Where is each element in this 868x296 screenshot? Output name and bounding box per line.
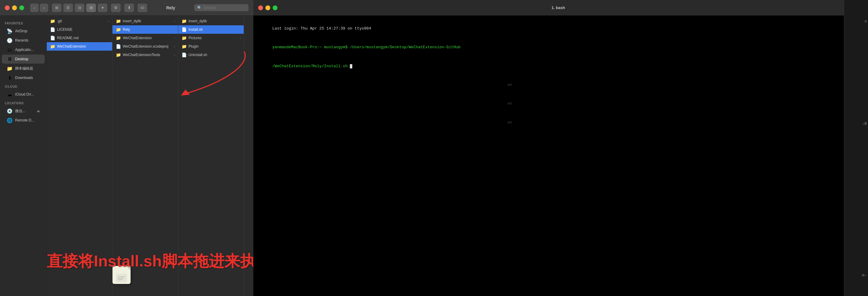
finder-window: ‹ › ⊞ ☰ ⊟ ⊞ ▾ ⚙ ⬆ 🏷 Rely 🔍 Favorites 📡 A…: [0, 0, 253, 296]
terminal-traffic-lights: [258, 5, 277, 10]
xcodeproj-icon: 📄: [116, 44, 121, 49]
favorites-label: Favorites: [0, 19, 46, 26]
folder-icon: 📁: [50, 44, 55, 49]
folder-icon: 📁: [181, 36, 187, 40]
sidebar-item-scripts[interactable]: 📁 脚本编辑器: [2, 64, 44, 73]
finder-titlebar: ‹ › ⊞ ☰ ⊟ ⊞ ▾ ⚙ ⬆ 🏷 Rely 🔍: [0, 0, 253, 16]
file-icon: 📄: [50, 27, 55, 32]
forward-button[interactable]: ›: [40, 4, 48, 12]
share-button[interactable]: ⬆: [124, 4, 134, 12]
terminal-body[interactable]: Last login: Thu Apr 25 14:27:39 on ttys0…: [253, 16, 844, 296]
folder-icon: 📁: [116, 19, 121, 24]
eject-icon[interactable]: ⏏: [37, 109, 40, 113]
sidebar: Favorites 📡 AirDrop 🕐 Recents 🗂 Applicat…: [0, 16, 47, 296]
search-input[interactable]: [204, 5, 240, 10]
instruction-text: 直接将Install.sh脚本拖进来执行即可: [47, 251, 253, 272]
toolbar-icons: ⊞ ☰ ⊟ ⊞ ▾: [52, 4, 107, 12]
chevron-icon: ›: [108, 45, 109, 48]
recents-icon: 🕐: [7, 37, 13, 43]
folder-icon: 📁: [116, 27, 121, 32]
terminal-line-4: en: [258, 76, 839, 94]
minimize-button[interactable]: [12, 5, 17, 10]
list-item[interactable]: 📄 LICENSE: [47, 25, 112, 34]
downloads-icon: ⬇: [7, 75, 13, 81]
list-item[interactable]: 📁 Pictures ›: [178, 34, 244, 42]
sidebar-item-recents[interactable]: 🕐 Recents: [2, 36, 44, 45]
sidebar-item-airdrop[interactable]: 📡 AirDrop: [2, 27, 44, 36]
sidebar-label-applications: Applicatio...: [15, 47, 34, 52]
sidebar-item-remote[interactable]: 🌐 Remote D...: [2, 116, 44, 125]
sidebar-label-airdrop: AirDrop: [15, 29, 27, 33]
tag-button[interactable]: 🏷: [137, 4, 147, 12]
search-box[interactable]: 🔍: [194, 4, 249, 11]
list-item[interactable]: 📁 Plugin: [178, 42, 244, 51]
remote-icon: 🌐: [7, 117, 13, 123]
back-button[interactable]: ‹: [30, 4, 39, 12]
sidebar-label-remote: Remote D...: [15, 118, 34, 122]
scripts-icon: 📁: [7, 65, 13, 71]
svg-rect-1: [117, 274, 126, 282]
terminal-minimize-button[interactable]: [266, 5, 270, 10]
list-item[interactable]: 📁 WeChatExtension ›: [47, 42, 112, 51]
chevron-icon: ›: [174, 28, 175, 31]
terminal-line-2: yanmaodeMacBook-Pro:~ mustangym$ /Users/…: [258, 38, 839, 57]
terminal-command: /Users/mustangym/Desktop/WeChatExtension…: [347, 45, 460, 50]
sidebar-label-icloud-drive: iCloud Dri...: [15, 92, 34, 96]
folder-icon: 📁: [50, 19, 55, 24]
view-icon-gallery[interactable]: ⊞: [86, 4, 96, 12]
list-item[interactable]: 📄 Uninstall.sh: [178, 51, 244, 59]
view-icon-grid[interactable]: ⊞: [52, 4, 62, 12]
list-item[interactable]: 📁 insert_dylib ›: [113, 17, 178, 25]
sidebar-label-desktop: Desktop: [15, 57, 28, 61]
script-icon: 📄: [181, 53, 187, 57]
traffic-lights: [5, 5, 24, 10]
sidebar-label-scripts: 脚本编辑器: [15, 66, 33, 71]
applications-icon: 🗂: [7, 47, 13, 53]
folder-icon: 📁: [181, 44, 187, 49]
sidebar-item-downloads[interactable]: ⬇ Downloads: [2, 73, 44, 82]
terminal-close-button[interactable]: [258, 5, 263, 10]
folder-icon: 📁: [181, 19, 187, 24]
chevron-icon: ›: [174, 53, 175, 57]
terminal-fullscreen-button[interactable]: [273, 5, 277, 10]
search-icon: 🔍: [197, 6, 202, 10]
panel-partial-text-m: m-: [861, 272, 868, 278]
terminal-section: 1. bash Last login: Thu Apr 25 14:27:39 …: [253, 0, 844, 296]
list-item[interactable]: 📁 WeChatExtensionTests ›: [113, 51, 178, 59]
sidebar-item-desktop[interactable]: 🖥 Desktop: [2, 55, 44, 64]
icloud-label: iCloud: [0, 83, 46, 90]
list-item[interactable]: 📄 README.md: [47, 34, 112, 42]
terminal-prompt: yanmaodeMacBook-Pro:~ mustangym$: [272, 45, 348, 50]
icloud-icon: ☁: [7, 91, 13, 97]
action-button[interactable]: ⚙: [111, 4, 121, 12]
terminal-line-5: en: [258, 95, 839, 113]
finder-body: Favorites 📡 AirDrop 🕐 Recents 🗂 Applicat…: [0, 16, 253, 296]
chevron-icon: ›: [174, 45, 175, 48]
panel-partial-text-b: :B: [861, 121, 868, 126]
list-item[interactable]: 📁 .git ›: [47, 17, 112, 25]
wechat-drive-icon: 💿: [7, 108, 13, 114]
sidebar-item-icloud-drive[interactable]: ☁ iCloud Dri...: [2, 90, 44, 99]
file-icon: 📄: [50, 36, 55, 40]
terminal-line-6: en: [258, 113, 839, 132]
view-dropdown-button[interactable]: ▾: [98, 4, 107, 12]
terminal-cursor: [350, 64, 352, 68]
sidebar-label-downloads: Downloads: [15, 76, 33, 80]
view-icon-columns[interactable]: ⊟: [75, 4, 85, 12]
sidebar-item-wechat[interactable]: 💿 微信... ⏏: [2, 106, 44, 116]
chevron-icon: ›: [174, 20, 175, 23]
list-item[interactable]: 📄 WeChatExtension.xcodeproj ›: [113, 42, 178, 51]
list-item[interactable]: 📁 insert_dylib: [178, 17, 244, 25]
sidebar-item-applications[interactable]: 🗂 Applicatio...: [2, 45, 44, 54]
list-item[interactable]: 📄 Install.sh: [178, 25, 244, 34]
script-icon: 📄: [181, 27, 187, 32]
fullscreen-button[interactable]: [19, 5, 24, 10]
airdrop-icon: 📡: [7, 28, 13, 34]
close-button[interactable]: [5, 5, 10, 10]
view-icon-list[interactable]: ☰: [63, 4, 73, 12]
folder-icon: 📁: [116, 36, 121, 40]
list-item[interactable]: 📁 Rely ›: [113, 25, 178, 34]
list-item[interactable]: 📁 WeChatExtension ›: [113, 34, 178, 42]
chevron-icon: ›: [174, 36, 175, 40]
terminal-line-3: /WeChatExtension/Rely/Install.sh: [258, 57, 839, 76]
